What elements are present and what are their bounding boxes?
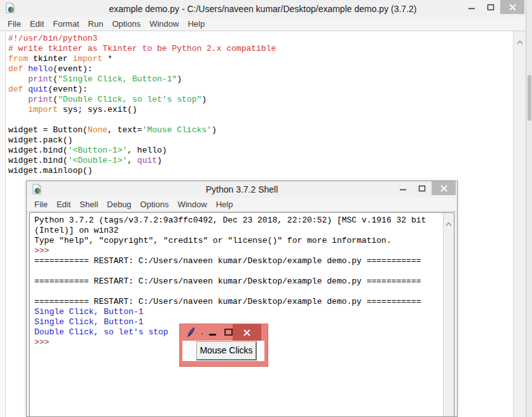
text-line: Single Click, Button-1 [34, 307, 442, 317]
page-scrollbar[interactable] [527, 0, 532, 417]
shell-scrollbar[interactable] [443, 213, 454, 416]
maximize-icon[interactable] [481, 0, 500, 14]
menu-window[interactable]: Window [145, 18, 183, 30]
editor-window-controls [462, 0, 524, 14]
mouse-clicks-button[interactable]: Mouse Clicks [196, 341, 257, 360]
text-line [34, 287, 442, 297]
shell-menubar: File Edit Shell Debug Options Window Hel… [27, 198, 457, 212]
text-line: widget.bind('<Double-1>', quit) [8, 156, 513, 166]
text-line: Python 3.7.2 (tags/v3.7.2:9a3ffc0492, De… [34, 215, 442, 226]
text-line [34, 266, 442, 277]
editor-left-gutter [0, 31, 5, 417]
text-line: =========== RESTART: C:/Users/naveen kum… [34, 277, 442, 287]
close-icon[interactable] [500, 0, 524, 14]
minimize-icon[interactable] [462, 0, 481, 14]
menu-file[interactable]: File [3, 18, 25, 30]
menu-help[interactable]: Help [183, 18, 209, 30]
text-line: (Intel)] on win32 [34, 226, 442, 236]
tk-window-body: Mouse Clicks [182, 341, 264, 361]
text-line: def quit(event): [8, 85, 513, 95]
editor-window-title: example demo.py - C:/Users/naveen kumar/… [0, 4, 526, 14]
shell-window-title: Python 3.7.2 Shell [27, 184, 457, 195]
menu-options[interactable]: Options [136, 198, 174, 210]
text-line: # write tkinter as Tkinter to be Python … [8, 44, 513, 54]
scroll-up-icon[interactable] [517, 36, 523, 417]
text-line: Type "help", "copyright", "credits" or "… [34, 236, 442, 246]
text-line: def hello(event): [8, 64, 513, 74]
tk-app-window: Mouse Clicks [179, 324, 268, 367]
shell-text-area[interactable]: Python 3.7.2 (tags/v3.7.2:9a3ffc0492, De… [30, 213, 442, 416]
menu-file[interactable]: File [30, 198, 52, 210]
editor-menubar: File Edit Format Run Options Window Help [0, 17, 526, 31]
scroll-up-icon[interactable] [446, 217, 452, 416]
text-line: widget.pack() [8, 135, 513, 146]
text-line: =========== RESTART: C:/Users/naveen kum… [34, 256, 442, 266]
text-line: import sys; sys.exit() [8, 105, 513, 115]
menu-window[interactable]: Window [173, 198, 211, 210]
menu-format[interactable]: Format [48, 18, 83, 30]
python-shell-window: Python 3.7.2 Shell File Edit Shell Debug… [26, 181, 458, 417]
text-line: widget.mainloop() [8, 166, 513, 176]
editor-scrollbar[interactable] [513, 31, 526, 417]
close-icon[interactable] [432, 181, 456, 195]
maximize-icon[interactable] [224, 329, 233, 336]
shell-text-frame: Python 3.7.2 (tags/v3.7.2:9a3ffc0492, De… [29, 212, 454, 416]
shell-titlebar[interactable]: Python 3.7.2 Shell [27, 181, 457, 198]
text-line: widget.bind('<Button-1>', hello) [8, 146, 513, 156]
text-line: print("Double Click, so let's stop") [8, 95, 513, 105]
menu-shell[interactable]: Shell [75, 198, 102, 210]
tk-window-title-dot [201, 333, 203, 334]
tk-titlebar[interactable] [180, 324, 268, 341]
text-line: from tkinter import * [8, 54, 513, 64]
menu-edit[interactable]: Edit [25, 18, 48, 30]
text-line [8, 115, 513, 125]
shell-window-controls [393, 181, 456, 195]
text-line: >>> [34, 246, 442, 256]
tk-feather-icon [186, 327, 196, 341]
close-icon[interactable] [233, 324, 261, 341]
menu-help[interactable]: Help [212, 198, 238, 210]
menu-run[interactable]: Run [84, 18, 108, 30]
page-scrollbar-thumb[interactable] [528, 75, 531, 121]
text-line: #!/usr/bin/python3 [8, 34, 513, 44]
text-line: widget = Button(None, text='Mouse Clicks… [8, 125, 513, 135]
text-line: =========== RESTART: C:/Users/naveen kum… [34, 297, 442, 307]
text-line: print("Single Click, Button-1") [8, 74, 513, 85]
menu-options[interactable]: Options [107, 18, 145, 30]
menu-debug[interactable]: Debug [102, 198, 135, 210]
maximize-icon[interactable] [413, 181, 432, 195]
editor-titlebar[interactable]: example demo.py - C:/Users/naveen kumar/… [0, 0, 526, 17]
menu-edit[interactable]: Edit [52, 198, 75, 210]
minimize-icon[interactable] [393, 181, 413, 195]
minimize-icon[interactable] [209, 334, 216, 336]
